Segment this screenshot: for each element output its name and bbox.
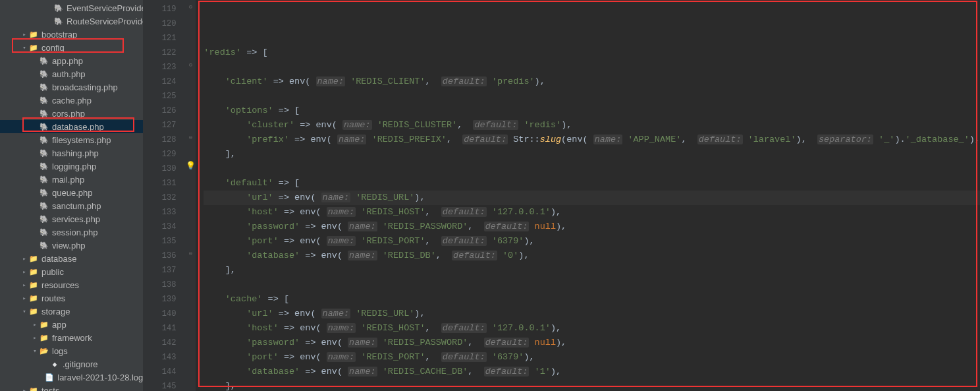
code-line[interactable]: 'cluster' => env( name: 'REDIS_CLUSTER',… [204,118,980,133]
code-line[interactable]: 'host' => env( name: 'REDIS_HOST', defau… [204,205,980,220]
code-line[interactable]: 'cache' => [ [204,292,980,307]
line-number: 142 [143,336,176,350]
tree-item-database-php[interactable]: 🐘database.php [0,120,143,133]
chevron-icon[interactable]: ▸ [21,282,28,289]
tree-item-services-php[interactable]: 🐘services.php [0,212,143,226]
tree-item-database[interactable]: ▸📁database [0,252,143,265]
code-line[interactable]: 'redis' => [ [204,45,980,60]
chevron-icon[interactable]: ▸ [21,268,28,276]
line-number: 130 [143,162,176,176]
code-line[interactable]: 'prefix' => env( name: 'REDIS_PREFIX', d… [204,133,980,147]
tree-item-laravel-2021-10-28-log[interactable]: 📄laravel-2021-10-28.log [0,371,143,384]
tree-item-label: public [41,267,64,277]
folder-cfg-icon: 📁 [29,43,38,52]
code-line[interactable]: 'password' => env( name: 'REDIS_PASSWORD… [204,220,980,234]
editor-pane: 1191201211221231241251261271281291301311… [143,0,980,391]
tree-item-label: config [41,43,65,53]
code-line[interactable]: 'port' => env( name: 'REDIS_PORT', defau… [204,234,980,249]
tree-item-routes[interactable]: ▸📁routes [0,291,143,305]
fold-icon[interactable]: ⊖ [185,247,196,261]
php-icon: 🐘 [40,175,49,184]
code-line[interactable]: 'default' => [ [204,176,980,191]
chevron-icon[interactable]: ▾ [32,347,38,355]
tree-item-public[interactable]: ▸📁public [0,265,143,278]
tree-item-sanctum-php[interactable]: 🐘sanctum.php [0,199,143,212]
tree-item-hashing-php[interactable]: 🐘hashing.php [0,146,143,160]
tree-item-app-php[interactable]: 🐘app.php [0,54,143,67]
chevron-icon[interactable]: ▸ [32,334,38,342]
gutter-marks: ⊖⊖⊖💡⊖ [185,0,196,391]
chevron-icon[interactable]: ▾ [21,44,28,51]
tree-item-RouteServiceProvider-php[interactable]: 🐘RouteServiceProvider.php [0,15,143,28]
tree-item-cors-php[interactable]: 🐘cors.php [0,107,143,120]
folder-routes-icon: 📁 [29,293,38,303]
tree-item-resources[interactable]: ▸📁resources [0,278,143,291]
code-line[interactable]: ], [204,379,980,391]
folder-pub-icon: 📁 [29,267,38,276]
tree-item-session-php[interactable]: 🐘session.php [0,226,143,239]
chevron-icon[interactable]: ▸ [21,255,28,262]
code-line[interactable]: ], [204,263,980,278]
line-number: 127 [143,118,176,133]
line-number: 124 [143,75,176,89]
code-line[interactable]: ], [204,147,980,162]
fold-icon[interactable]: ⊖ [185,0,196,15]
tree-item-label: logs [52,346,68,356]
line-number: 123 [143,60,176,75]
tree-item-filesystems-php[interactable]: 🐘filesystems.php [0,133,143,146]
chevron-icon[interactable]: ▸ [21,387,28,392]
line-number: 141 [143,321,176,336]
php-icon: 🐘 [40,56,49,65]
code-line[interactable]: 'port' => env( name: 'REDIS_PORT', defau… [204,350,980,365]
code-line[interactable]: 'database' => env( name: 'REDIS_DB', def… [204,249,980,263]
tree-item-label: app [52,320,67,330]
tree-item--gitignore[interactable]: ◆.gitignore [0,357,143,371]
code-line[interactable] [204,278,980,292]
tree-item-queue-php[interactable]: 🐘queue.php [0,186,143,199]
code-line[interactable]: 'url' => env( name: 'REDIS_URL'), [204,191,980,205]
tree-item-framework[interactable]: ▸📁framework [0,331,143,344]
tree-item-mail-php[interactable]: 🐘mail.php [0,173,143,186]
tree-item-EventServiceProvider-php[interactable]: 🐘EventServiceProvider.php [0,1,143,15]
tree-item-storage[interactable]: ▾📁storage [0,305,143,318]
code-line[interactable]: 'options' => [ [204,104,980,118]
tree-item-view-php[interactable]: 🐘view.php [0,239,143,252]
line-number: 140 [143,307,176,321]
code-line[interactable] [204,89,980,104]
tree-item-logs[interactable]: ▾📂logs [0,344,143,357]
code-line[interactable]: 'client' => env( name: 'REDIS_CLIENT', d… [204,75,980,89]
tree-item-cache-php[interactable]: 🐘cache.php [0,94,143,107]
fold-icon[interactable]: ⊖ [185,58,196,73]
folder-db-icon: 📁 [29,386,38,391]
chevron-icon[interactable]: ▸ [21,295,28,302]
fold-icon[interactable]: ⊖ [185,131,196,145]
code-line[interactable] [204,162,980,176]
line-number: 145 [143,379,176,391]
tree-item-app[interactable]: ▸📁app [0,318,143,331]
project-tree[interactable]: 🐘EventServiceProvider.php🐘RouteServicePr… [0,0,143,391]
tree-item-bootstrap[interactable]: ▸📁bootstrap [0,28,143,41]
line-number: 133 [143,205,176,220]
tree-item-label: session.php [52,227,97,237]
code-line[interactable]: 'url' => env( name: 'REDIS_URL'), [204,307,980,321]
code-line[interactable]: 'password' => env( name: 'REDIS_PASSWORD… [204,336,980,350]
intention-bulb-icon[interactable]: 💡 [186,161,196,171]
tree-item-label: RouteServiceProvider.php [67,16,143,26]
code-line[interactable] [204,60,980,75]
tree-item-label: mail.php [52,175,84,185]
tree-item-tests[interactable]: ▸📁tests [0,384,143,391]
chevron-icon[interactable]: ▸ [32,321,38,328]
chevron-icon[interactable]: ▸ [21,31,28,38]
line-number: 132 [143,191,176,205]
tree-item-auth-php[interactable]: 🐘auth.php [0,67,143,80]
code-line[interactable]: 'host' => env( name: 'REDIS_HOST', defau… [204,321,980,336]
tree-item-logging-php[interactable]: 🐘logging.php [0,160,143,173]
code-line[interactable]: 'database' => env( name: 'REDIS_CACHE_DB… [204,365,980,379]
code-area[interactable]: 'redis' => [ 'client' => env( name: 'RED… [196,0,980,391]
line-number: 128 [143,133,176,147]
tree-item-config[interactable]: ▾📁config [0,41,143,54]
line-number: 139 [143,292,176,307]
tree-item-broadcasting-php[interactable]: 🐘broadcasting.php [0,80,143,94]
ide-window: 🐘EventServiceProvider.php🐘RouteServicePr… [0,0,980,391]
chevron-icon[interactable]: ▾ [21,308,28,315]
